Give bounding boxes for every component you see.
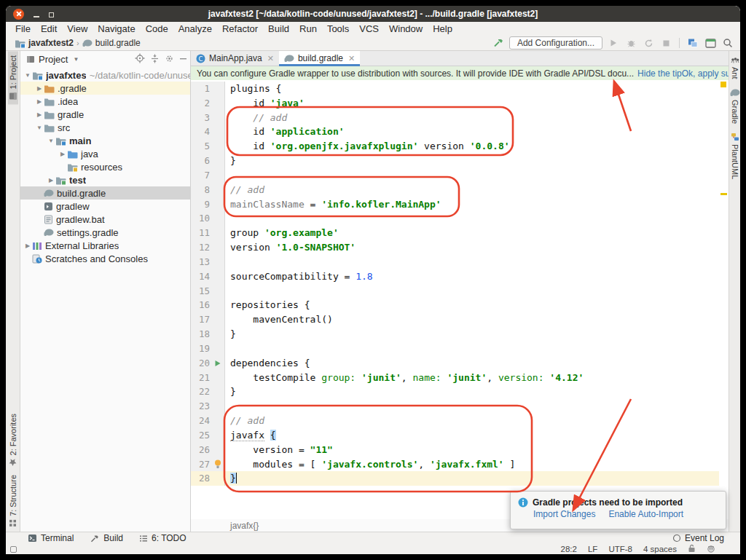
tree-expand-icon[interactable]: ▶: [35, 85, 44, 92]
code-line-24[interactable]: 24 // add: [191, 414, 729, 428]
hide-the-tip-link[interactable]: Hide the tip: [637, 68, 682, 79]
tree-item--gradle[interactable]: ▶ .gradle: [20, 82, 190, 95]
warning-stripe-mark[interactable]: [721, 82, 726, 87]
code-line-14[interactable]: 14 sourceCompatibility = 1.8: [191, 269, 729, 284]
menu-tools[interactable]: Tools: [322, 22, 354, 36]
toolwindow-6--todo[interactable]: 6: TODO: [139, 533, 186, 543]
popup-link-import-changes[interactable]: Import Changes: [533, 509, 595, 519]
tree-item-src[interactable]: ▼ src: [20, 121, 190, 134]
tree-expand-icon[interactable]: ▶: [35, 111, 44, 118]
indent-indicator[interactable]: 4 spaces: [643, 545, 677, 553]
tree-expand-icon[interactable]: ▶: [35, 98, 44, 105]
tree-expand-icon[interactable]: ▼: [47, 138, 55, 144]
menu-analyze[interactable]: Analyze: [173, 22, 217, 36]
menu-run[interactable]: Run: [294, 22, 322, 36]
line-ending-indicator[interactable]: LF: [588, 545, 597, 553]
menu-navigate[interactable]: Navigate: [93, 22, 140, 36]
code-line-9[interactable]: 9 mainClassName = 'info.kofler.MainApp': [191, 197, 729, 212]
menu-file[interactable]: File: [10, 22, 36, 36]
tool-button----structure[interactable]: 7: Structure: [8, 470, 18, 532]
tree-item-build-gradle[interactable]: build.gradle: [20, 186, 190, 200]
toolwindow-terminal[interactable]: Terminal: [28, 533, 74, 543]
code-line-8[interactable]: 8 // add: [191, 183, 729, 197]
tree-item-main[interactable]: ▼ main: [20, 134, 190, 147]
tree-expand-icon[interactable]: ▼: [23, 72, 32, 79]
tree-expand-icon[interactable]: ▶: [23, 242, 32, 249]
caret-position[interactable]: 28:2: [561, 545, 577, 553]
terminal-frame-button[interactable]: [704, 36, 717, 50]
tree-expand-icon[interactable]: ▶: [47, 177, 55, 184]
code-line-15[interactable]: 15: [191, 284, 729, 299]
tool-button----project[interactable]: 1: Project: [8, 51, 18, 104]
code-line-21[interactable]: 21 testCompile group: 'junit', name: 'ju…: [191, 371, 729, 385]
toolwindow-toggle-icon[interactable]: [10, 546, 17, 553]
code-line-2[interactable]: 2 id 'java': [191, 96, 729, 111]
code-line-1[interactable]: 1 plugins {: [191, 82, 729, 96]
tree-item-settings-gradle[interactable]: settings.gradle: [20, 226, 190, 239]
code-line-26[interactable]: 26 version = "11": [191, 443, 729, 457]
encoding-indicator[interactable]: UTF-8: [608, 545, 632, 553]
apply-suggestion-link[interactable]: Ok, apply suggestion!: [682, 68, 729, 79]
code-line-25[interactable]: 25 javafx {: [191, 428, 729, 443]
code-line-10[interactable]: 10: [191, 211, 729, 226]
code-line-18[interactable]: 18 }: [191, 327, 729, 342]
tree-expand-icon[interactable]: ▶: [58, 151, 67, 157]
gear-button[interactable]: [165, 54, 174, 66]
locate-button[interactable]: [135, 53, 145, 66]
editor-tab-mainapp-java[interactable]: CMainApp.java✕: [191, 51, 279, 66]
menu-view[interactable]: View: [62, 22, 93, 36]
tree-item-scratches-and-consoles[interactable]: Scratches and Consoles: [20, 252, 190, 265]
code-line-4[interactable]: 4 id 'application': [191, 125, 729, 139]
menu-edit[interactable]: Edit: [36, 22, 62, 36]
hammer-green-button[interactable]: [492, 36, 505, 50]
code-line-22[interactable]: 22 }: [191, 384, 729, 399]
search-button[interactable]: [721, 36, 734, 50]
run-gutter[interactable]: [211, 356, 225, 371]
bug-button[interactable]: [624, 36, 637, 50]
tree-expand-icon[interactable]: ▼: [35, 125, 44, 131]
add-configuration-button[interactable]: Add Configuration...: [509, 36, 602, 50]
chevron-down-icon[interactable]: ▼: [73, 56, 79, 63]
tree-item-test[interactable]: ▶ test: [20, 173, 190, 186]
tree-item-gradlew-bat[interactable]: gradlew.bat: [20, 213, 190, 226]
collapse-button[interactable]: [150, 54, 160, 66]
tree-item-javafxtest2[interactable]: ▼ javafxtest2 ~/data/kotlin-code/unused/…: [20, 68, 190, 82]
breadcrumb-item[interactable]: build.gradle: [82, 38, 141, 48]
readonly-lock-button[interactable]: [688, 544, 696, 554]
close-icon[interactable]: ✕: [348, 54, 355, 63]
tree-item-gradlew[interactable]: gradlew: [20, 200, 190, 213]
menu-window[interactable]: Window: [384, 22, 428, 36]
menu-help[interactable]: Help: [428, 22, 458, 36]
code-line-12[interactable]: 12 version '1.0-SNAPSHOT': [191, 240, 729, 255]
breadcrumb-item[interactable]: javafxtest2: [15, 38, 74, 48]
toolwindow-build[interactable]: Build: [90, 533, 123, 543]
stop-button[interactable]: [659, 36, 672, 50]
minus-button[interactable]: [179, 54, 187, 65]
code-line-23[interactable]: 23: [191, 399, 729, 414]
tool-button-ant[interactable]: Ant: [730, 51, 740, 84]
tool-button-gradle[interactable]: Gradle: [729, 84, 741, 128]
code-line-3[interactable]: 3 // add: [191, 111, 729, 125]
tree-item--idea[interactable]: ▶ .idea: [20, 95, 190, 108]
tree-item-java[interactable]: ▶ java: [20, 147, 190, 160]
code-line-27[interactable]: 27 modules = [ 'javafx.controls', 'javaf…: [191, 457, 729, 472]
editor-error-stripe[interactable]: [719, 80, 729, 519]
play-button[interactable]: [607, 36, 620, 50]
tree-item-gradle[interactable]: ▶ gradle: [20, 108, 190, 121]
code-line-7[interactable]: 7: [191, 168, 729, 183]
close-icon[interactable]: ✕: [267, 54, 274, 63]
bulb-gutter[interactable]: [211, 457, 225, 472]
code-line-20[interactable]: 20 dependencies {: [191, 356, 729, 371]
tool-button-plantuml[interactable]: PlantUML: [730, 128, 740, 184]
project-structure-button[interactable]: [686, 36, 699, 50]
code-line-19[interactable]: 19: [191, 342, 729, 356]
code-line-16[interactable]: 16 repositories {: [191, 298, 729, 312]
code-line-28[interactable]: 28 }: [191, 471, 729, 486]
code-line-11[interactable]: 11 group 'org.example': [191, 226, 729, 240]
popup-link-enable-auto-import[interactable]: Enable Auto-Import: [608, 509, 683, 519]
tree-item-resources[interactable]: resources: [20, 160, 190, 173]
tree-item-external-libraries[interactable]: ▶ External Libraries: [20, 239, 190, 252]
menu-code[interactable]: Code: [141, 22, 173, 36]
code-line-13[interactable]: 13: [191, 255, 729, 269]
warning-stripe-mark[interactable]: [721, 193, 727, 195]
